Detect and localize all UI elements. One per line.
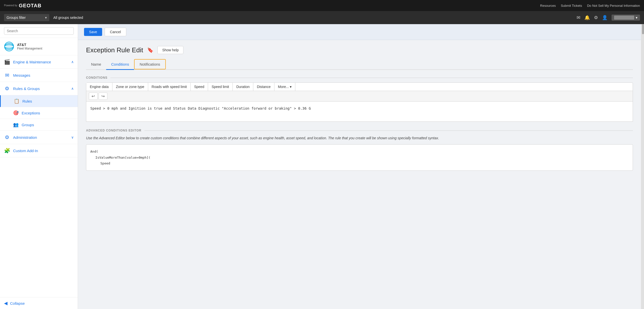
conditions-actions: ↩ ↪ bbox=[86, 91, 633, 102]
zone-type-btn[interactable]: Zone or zone type bbox=[112, 83, 148, 91]
sidebar-item-label: Administration bbox=[13, 135, 37, 140]
speed-limit-btn[interactable]: Speed limit bbox=[208, 83, 233, 91]
groups-filter-dropdown[interactable]: Groups filter ▾ bbox=[4, 14, 49, 21]
conditions-toolbar: Engine data Zone or zone type Roads with… bbox=[86, 82, 633, 91]
main-layout: AT&T Fleet Management 🎬 Engine & Mainten… bbox=[0, 24, 644, 309]
speed-btn[interactable]: Speed bbox=[191, 83, 208, 91]
page-header: Exception Rule Edit 🔖 Show help bbox=[86, 46, 633, 54]
user-menu-name bbox=[614, 16, 634, 20]
page-title: Exception Rule Edit bbox=[86, 46, 143, 54]
resources-link[interactable]: Resources bbox=[540, 4, 556, 8]
save-button[interactable]: Save bbox=[84, 28, 102, 36]
sidebar-item-rules-groups[interactable]: ⚙ Rules & Groups ∧ bbox=[0, 82, 78, 95]
sidebar-item-label: Engine & Maintenance bbox=[13, 60, 51, 64]
user-menu-arrow: ▾ bbox=[636, 16, 637, 20]
tab-conditions[interactable]: Conditions bbox=[106, 59, 134, 70]
conditions-section-label: CONDITIONS bbox=[86, 76, 633, 79]
bookmark-icon[interactable]: 🔖 bbox=[147, 47, 153, 53]
sidebar-item-groups[interactable]: 👥 Groups bbox=[0, 119, 78, 131]
advanced-description: Use the Advanced Editor below to create … bbox=[86, 135, 633, 141]
page-body: Exception Rule Edit 🔖 Show help Name Con… bbox=[78, 40, 641, 309]
roads-speed-limit-btn[interactable]: Roads with speed limit bbox=[148, 83, 191, 91]
sidebar-item-administration[interactable]: ⚙ Administration ∨ bbox=[0, 131, 78, 144]
engine-icon: 🎬 bbox=[4, 59, 10, 65]
sidebar-item-messages[interactable]: ✉ Messages bbox=[0, 69, 78, 82]
editor-line-3: Speed bbox=[90, 160, 629, 166]
groups-filter-value: All groups selected bbox=[53, 16, 83, 20]
custom-add-in-icon: 🧩 bbox=[4, 148, 10, 154]
bell-icon[interactable]: 🔔 bbox=[584, 15, 590, 20]
geotab-logo-text: GEOTAB bbox=[19, 3, 42, 9]
sidebar-item-rules[interactable]: 📋 Rules bbox=[0, 95, 78, 107]
exceptions-icon: 🎯 bbox=[13, 110, 19, 116]
top-bar-right: Resources Submit Tickets Do Not Sell My … bbox=[540, 4, 640, 8]
geotab-logo: Powered by GEOTAB bbox=[4, 3, 42, 9]
toolbar: Save Cancel bbox=[78, 24, 641, 40]
advanced-section-label: ADVANCED CONDITIONS EDITOR bbox=[86, 129, 633, 132]
top-bar-left: Powered by GEOTAB bbox=[4, 3, 42, 9]
logo-text-area: AT&T Fleet Management bbox=[17, 43, 42, 50]
sidebar-item-exceptions[interactable]: 🎯 Exceptions bbox=[0, 107, 78, 119]
groups-filter-label: Groups filter bbox=[7, 16, 26, 20]
logo-area: AT&T Fleet Management bbox=[0, 38, 78, 55]
chevron-down-icon: ▾ bbox=[45, 16, 47, 20]
groups-filter-bar: Groups filter ▾ All groups selected ✉ 🔔 … bbox=[0, 11, 644, 24]
undo-button[interactable]: ↩ bbox=[89, 93, 98, 100]
user-icon[interactable]: 👤 bbox=[602, 15, 608, 20]
editor-line-2: IsValueMoreThan[value=0mph]( bbox=[90, 155, 629, 160]
cancel-button[interactable]: Cancel bbox=[105, 28, 126, 36]
advanced-section: ADVANCED CONDITIONS EDITOR Use the Advan… bbox=[86, 129, 633, 171]
duration-btn[interactable]: Duration bbox=[233, 83, 253, 91]
gear-icon[interactable]: ⚙ bbox=[594, 15, 598, 20]
chevron-up-icon: ∧ bbox=[71, 86, 74, 91]
engine-data-btn[interactable]: Engine data bbox=[86, 83, 112, 91]
company-sub: Fleet Management bbox=[17, 47, 42, 50]
top-bar: Powered by GEOTAB Resources Submit Ticke… bbox=[0, 0, 644, 11]
advanced-editor[interactable]: And( IsValueMoreThan[value=0mph]( Speed bbox=[86, 144, 633, 170]
messages-icon: ✉ bbox=[4, 72, 10, 78]
att-logo-icon bbox=[4, 41, 14, 52]
distance-btn[interactable]: Distance bbox=[253, 83, 274, 91]
collapse-icon: ◀ bbox=[4, 300, 8, 306]
user-menu[interactable]: ▾ bbox=[612, 15, 640, 21]
chevron-down-icon: ∨ bbox=[71, 135, 74, 139]
powered-by-text: Powered by bbox=[4, 4, 17, 7]
sidebar-item-label: Custom Add-In bbox=[13, 149, 38, 153]
tab-notifications[interactable]: Notifications bbox=[134, 59, 166, 69]
right-scrollbar[interactable] bbox=[641, 24, 644, 309]
sidebar: AT&T Fleet Management 🎬 Engine & Mainten… bbox=[0, 24, 78, 309]
collapse-label: Collapse bbox=[10, 301, 25, 305]
editor-line-1: And( bbox=[90, 149, 629, 154]
show-help-button[interactable]: Show help bbox=[157, 46, 183, 54]
do-not-sell-link[interactable]: Do Not Sell My Personal Information bbox=[587, 4, 640, 8]
scrollbar-thumb bbox=[642, 24, 644, 34]
sidebar-item-label: Exceptions bbox=[22, 111, 40, 115]
rules-groups-icon: ⚙ bbox=[4, 85, 10, 92]
more-chevron-icon: ▾ bbox=[290, 85, 292, 89]
sidebar-item-label: Rules & Groups bbox=[13, 86, 40, 91]
sidebar-item-label: Messages bbox=[13, 73, 30, 77]
sidebar-search-area bbox=[0, 24, 78, 38]
redo-button[interactable]: ↪ bbox=[99, 93, 107, 100]
tab-name[interactable]: Name bbox=[86, 59, 106, 69]
sidebar-item-custom-add-in[interactable]: 🧩 Custom Add-In bbox=[0, 144, 78, 157]
sidebar-item-engine[interactable]: 🎬 Engine & Maintenance ∧ bbox=[0, 55, 78, 69]
header-icons: ✉ 🔔 ⚙ 👤 ▾ bbox=[577, 15, 640, 21]
submit-tickets-link[interactable]: Submit Tickets bbox=[561, 4, 582, 8]
sidebar-item-label: Groups bbox=[22, 123, 34, 127]
administration-icon: ⚙ bbox=[4, 134, 10, 140]
chevron-up-icon: ∧ bbox=[71, 60, 74, 64]
mail-icon[interactable]: ✉ bbox=[577, 15, 580, 20]
sidebar-collapse[interactable]: ◀ Collapse bbox=[0, 297, 78, 309]
condition-display: Speed > 0 mph and Ignition is true and S… bbox=[86, 102, 633, 122]
tabs: Name Conditions Notifications bbox=[86, 59, 633, 70]
sidebar-item-label: Rules bbox=[22, 99, 32, 103]
company-name: AT&T bbox=[17, 43, 42, 47]
search-input[interactable] bbox=[4, 27, 74, 35]
rules-icon: 📋 bbox=[14, 98, 19, 104]
more-btn[interactable]: More... ▾ bbox=[274, 83, 296, 91]
groups-icon: 👥 bbox=[13, 122, 19, 127]
main-content: Save Cancel Exception Rule Edit 🔖 Show h… bbox=[78, 24, 641, 309]
